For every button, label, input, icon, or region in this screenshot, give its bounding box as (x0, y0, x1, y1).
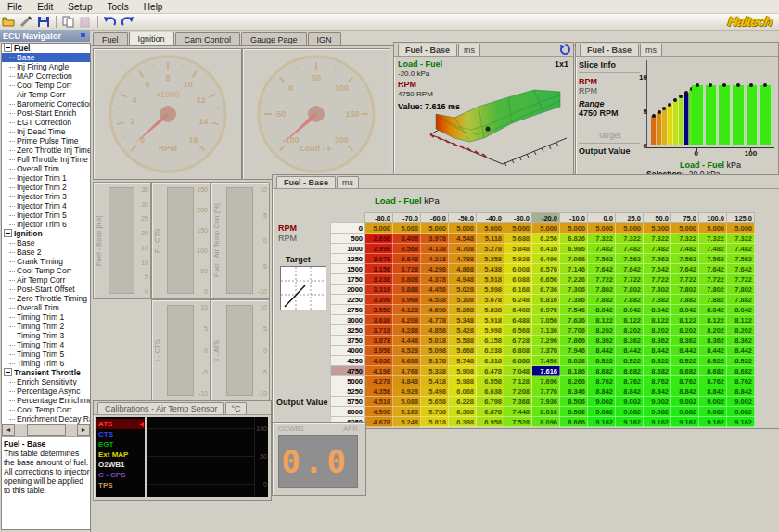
table-cell[interactable]: 5.000 (504, 223, 532, 234)
table-cell[interactable]: 5.358 (477, 254, 504, 264)
table-cell[interactable]: 7.066 (560, 254, 588, 264)
undo-icon[interactable] (102, 16, 118, 29)
row-header-4750[interactable]: 4750 (331, 366, 365, 376)
table-cell[interactable]: 8.016 (532, 407, 560, 417)
table-cell[interactable]: 6.986 (560, 244, 588, 254)
table-tab-ms[interactable]: ms (337, 176, 359, 188)
table-cell[interactable]: 7.696 (532, 376, 560, 386)
table-cell[interactable]: 9.162 (588, 417, 616, 427)
table-cell[interactable]: 7.208 (504, 386, 532, 397)
table-cell[interactable]: 8.202 (644, 325, 671, 336)
tree-section-ignition[interactable]: Ignition (2, 229, 90, 238)
table-cell[interactable]: 8.522 (588, 356, 616, 366)
table-cell[interactable]: 7.946 (560, 346, 588, 356)
tree-item-base[interactable]: Base (2, 238, 90, 247)
slice-tab-ms[interactable]: ms (640, 44, 662, 56)
col-header-50.0[interactable]: 50.0 (644, 213, 671, 223)
table-cell[interactable]: 5.428 (449, 325, 477, 336)
row-header-5000[interactable]: 5000 (331, 376, 365, 386)
table-cell[interactable]: 5.848 (504, 244, 532, 254)
tree-item-post-start-offset[interactable]: Post-Start Offset (2, 285, 90, 294)
table-cell[interactable]: 7.882 (699, 295, 727, 305)
table-cell[interactable]: 7.802 (616, 285, 644, 295)
table-cell[interactable]: 8.026 (560, 356, 588, 366)
table-cell[interactable]: 7.866 (560, 336, 588, 346)
table-cell[interactable]: 7.722 (644, 274, 671, 285)
table-cell[interactable]: 5.098 (421, 346, 449, 356)
table-cell[interactable]: 7.722 (727, 274, 755, 285)
row-header-0[interactable]: 0 (331, 223, 365, 234)
row-header-1000[interactable]: 1000 (331, 244, 365, 254)
table-cell[interactable]: 4.128 (393, 305, 421, 315)
table-cell[interactable]: 3.718 (365, 325, 393, 336)
map3d-tab-ms[interactable]: ms (458, 44, 480, 56)
table-cell[interactable]: 4.208 (393, 315, 421, 325)
table-cell[interactable]: 3.238 (365, 274, 393, 285)
table-cell[interactable]: 6.308 (449, 407, 477, 417)
table-cell[interactable]: 6.808 (504, 346, 532, 356)
table-cell[interactable]: 4.358 (365, 386, 393, 397)
table-cell[interactable]: 7.322 (588, 234, 616, 244)
table-cell[interactable]: 6.826 (560, 234, 588, 244)
table-cell[interactable]: 3.978 (421, 234, 449, 244)
table-cell[interactable]: 8.522 (644, 356, 671, 366)
table-cell[interactable]: 6.976 (532, 305, 560, 315)
table-cell[interactable]: 4.678 (365, 417, 393, 427)
tree-item-percentage-enrichmen[interactable]: Percentage Enrichmen (2, 396, 90, 405)
tree-item-map-correction[interactable]: MAP Correction (2, 71, 90, 81)
table-cell[interactable]: 4.458 (421, 285, 449, 295)
table-cell[interactable]: 8.362 (644, 336, 671, 346)
table-cell[interactable]: 6.478 (477, 366, 504, 376)
table-cell[interactable]: 3.878 (365, 336, 393, 346)
table-cell[interactable]: 7.882 (727, 295, 755, 305)
table-cell[interactable]: 9.002 (727, 397, 755, 407)
table-cell[interactable]: 7.376 (532, 346, 560, 356)
pin-icon[interactable] (80, 32, 87, 40)
table-cell[interactable]: 5.688 (504, 234, 532, 244)
table-cell[interactable]: 9.082 (727, 407, 755, 417)
table-cell[interactable]: 8.442 (644, 346, 671, 356)
table-cell[interactable]: 5.518 (477, 274, 504, 285)
tree-section-transient-throttle[interactable]: Transient Throttle (2, 368, 90, 377)
col-header-25.0[interactable]: 25.0 (616, 213, 644, 223)
row-header-5250[interactable]: 5250 (331, 386, 365, 397)
table-cell[interactable]: 4.868 (449, 264, 477, 274)
table-cell[interactable]: 8.122 (727, 315, 755, 325)
table-cell[interactable]: 6.736 (532, 285, 560, 295)
table-cell[interactable]: 5.438 (477, 264, 504, 274)
page-tab-ign[interactable]: IGN (308, 32, 341, 45)
table-cell[interactable]: 7.802 (588, 285, 616, 295)
table-cell[interactable]: 5.000 (365, 223, 393, 234)
table-cell[interactable]: 5.088 (393, 397, 421, 407)
table-cell[interactable]: 8.442 (699, 346, 727, 356)
table-cell[interactable]: 7.562 (644, 254, 671, 264)
table-cell[interactable]: 5.018 (421, 336, 449, 346)
table-cell[interactable]: 5.348 (449, 315, 477, 325)
page-tab-fuel[interactable]: Fuel (93, 32, 128, 45)
col-header-100.0[interactable]: 100.0 (699, 213, 727, 223)
tree-item-injector-trim-5[interactable]: Injector Trim 5 (2, 210, 90, 220)
table-cell[interactable]: 8.442 (588, 346, 616, 356)
table-cell[interactable]: 5.838 (477, 305, 504, 315)
copy-icon[interactable] (60, 16, 76, 29)
slice-bar--20[interactable] (684, 93, 690, 145)
tree-item-injector-trim-2[interactable]: Injector Trim 2 (2, 183, 90, 192)
table-cell[interactable]: 5.000 (449, 223, 477, 234)
col-header-0.0[interactable]: 0.0 (588, 213, 616, 223)
table-cell[interactable]: 4.198 (365, 366, 393, 376)
tree-item-air-temp-corr[interactable]: Air Temp Corr (2, 275, 90, 285)
table-cell[interactable]: 7.642 (699, 264, 727, 274)
tree-item-egt-correction[interactable]: EGT Correction (2, 118, 90, 127)
table-cell[interactable]: 8.842 (588, 386, 616, 397)
col-header--80.0[interactable]: -80.0 (365, 213, 393, 223)
tree-item-prime-pulse-time[interactable]: Prime Pulse Time (2, 136, 90, 146)
table-cell[interactable]: 8.586 (560, 407, 588, 417)
table-cell[interactable]: 3.078 (365, 254, 393, 264)
table-cell[interactable]: 7.882 (644, 295, 671, 305)
table-cell[interactable]: 6.318 (477, 356, 504, 366)
table-cell[interactable]: 7.322 (699, 234, 727, 244)
tree-item-enrichment-decay-rat[interactable]: Enrichment Decay Rat (2, 414, 90, 424)
table-cell[interactable]: 3.958 (365, 346, 393, 356)
table-cell[interactable]: 8.362 (588, 336, 616, 346)
table-cell[interactable]: 6.656 (532, 274, 560, 285)
